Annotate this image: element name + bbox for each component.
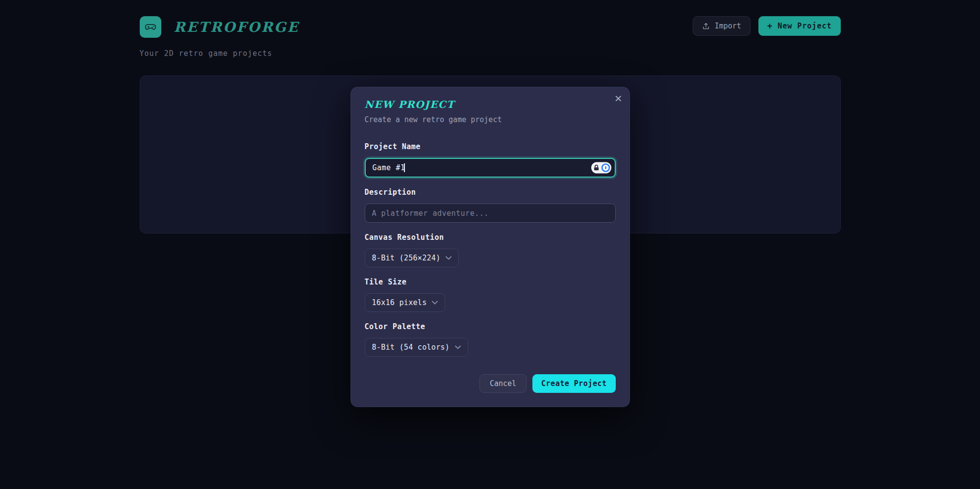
tile-size-select[interactable]: 16x16 pixels — [365, 293, 446, 312]
canvas-resolution-group: Canvas Resolution 8-Bit (256×224) — [365, 233, 616, 267]
chevron-down-icon — [432, 301, 438, 305]
color-palette-label: Color Palette — [365, 322, 616, 332]
close-icon[interactable]: × — [614, 93, 623, 103]
tile-size-label: Tile Size — [365, 278, 616, 287]
description-input[interactable] — [365, 204, 616, 223]
project-name-group: Project Name — [365, 142, 616, 178]
onepassword-icon — [601, 163, 610, 173]
color-palette-value: 8-Bit (54 colors) — [372, 343, 450, 352]
project-name-input-wrap — [365, 158, 616, 178]
canvas-resolution-label: Canvas Resolution — [365, 233, 616, 242]
password-manager-badge[interactable] — [591, 162, 611, 174]
modal-footer: Cancel Create Project — [365, 374, 616, 393]
project-name-input[interactable] — [365, 158, 616, 178]
canvas-resolution-value: 8-Bit (256×224) — [372, 254, 441, 262]
new-project-modal: × NEW PROJECT Create a new retro game pr… — [351, 87, 630, 407]
modal-subtitle: Create a new retro game project — [365, 115, 616, 125]
color-palette-group: Color Palette 8-Bit (54 colors) — [365, 322, 616, 357]
modal-title: NEW PROJECT — [365, 98, 616, 111]
text-caret — [404, 163, 405, 172]
create-project-button[interactable]: Create Project — [532, 374, 615, 393]
tile-size-group: Tile Size 16x16 pixels — [365, 278, 616, 312]
tile-size-value: 16x16 pixels — [372, 298, 427, 307]
chevron-down-icon — [455, 345, 461, 349]
lock-icon — [592, 164, 601, 172]
cancel-button[interactable]: Cancel — [479, 374, 527, 393]
description-label: Description — [365, 188, 616, 197]
chevron-down-icon — [446, 256, 452, 260]
description-group: Description — [365, 188, 616, 223]
color-palette-select[interactable]: 8-Bit (54 colors) — [365, 338, 469, 357]
canvas-resolution-select[interactable]: 8-Bit (256×224) — [365, 249, 459, 267]
project-name-label: Project Name — [365, 142, 616, 152]
